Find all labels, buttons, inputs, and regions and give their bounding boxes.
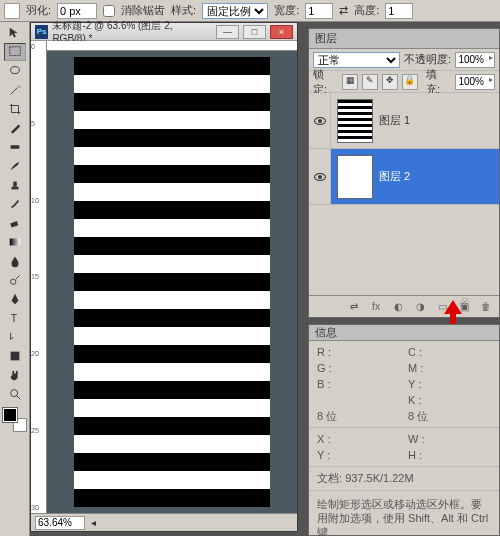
horizontal-ruler	[47, 41, 297, 51]
ps-icon: Ps	[35, 25, 48, 39]
zoom-tool[interactable]	[4, 385, 26, 403]
svg-rect-4	[13, 182, 17, 187]
maximize-button[interactable]: □	[243, 25, 266, 39]
layers-panel: 图层 正常 不透明度: 锁定: ▦ ✎ ✥ 🔒 填充: 图层 1 图层 2 ⬀ …	[308, 28, 500, 318]
layers-tab[interactable]: 图层	[309, 29, 499, 49]
blend-mode-select[interactable]: 正常	[313, 52, 400, 68]
info-g: G :	[317, 361, 400, 375]
info-w: W :	[408, 432, 491, 446]
lock-all-icon[interactable]: 🔒	[402, 74, 418, 90]
type-tool[interactable]: T	[4, 309, 26, 327]
visibility-toggle[interactable]	[309, 93, 331, 148]
style-select[interactable]: 固定比例	[202, 3, 268, 19]
info-r: R :	[317, 345, 400, 359]
info-y: Y :	[408, 377, 491, 391]
adjustment-icon[interactable]: ◑	[413, 300, 427, 314]
document-statusbar: ◂	[31, 513, 297, 531]
color-swatch[interactable]	[3, 408, 27, 432]
tool-preset-icon[interactable]	[4, 3, 20, 19]
svg-rect-9	[10, 352, 19, 361]
info-b: B :	[317, 377, 400, 391]
brush-tool[interactable]	[4, 157, 26, 175]
antialias-label: 消除锯齿	[121, 3, 165, 18]
fill-input[interactable]	[455, 74, 495, 90]
eyedropper-tool[interactable]	[4, 119, 26, 137]
pen-tool[interactable]	[4, 290, 26, 308]
stamp-tool[interactable]	[4, 176, 26, 194]
lock-position-icon[interactable]: ✥	[382, 74, 398, 90]
wand-tool[interactable]	[4, 81, 26, 99]
svg-rect-6	[9, 239, 20, 246]
doc-label: 文档:	[317, 472, 342, 484]
scroll-left-icon[interactable]: ◂	[91, 517, 96, 528]
zoom-input[interactable]	[35, 516, 85, 530]
vertical-ruler: 051015202530	[31, 41, 47, 513]
minimize-button[interactable]: —	[216, 25, 239, 39]
canvas[interactable]	[74, 57, 270, 507]
info-tab[interactable]: 信息	[309, 325, 499, 341]
layer-name[interactable]: 图层 1	[379, 113, 499, 128]
mask-icon[interactable]: ◐	[391, 300, 405, 314]
eraser-tool[interactable]	[4, 214, 26, 232]
svg-rect-0	[9, 47, 20, 56]
fx-icon[interactable]: fx	[369, 300, 383, 314]
height-label: 高度:	[354, 3, 379, 18]
opacity-input[interactable]	[455, 52, 495, 68]
svg-text:T: T	[10, 312, 17, 324]
opacity-label: 不透明度:	[404, 52, 451, 67]
close-button[interactable]: ×	[270, 25, 293, 39]
link-icon[interactable]: ⇄	[347, 300, 361, 314]
layers-footer: ⇄ fx ◐ ◑ ▭ ▣ 🗑	[309, 295, 499, 317]
dodge-tool[interactable]	[4, 271, 26, 289]
layer-list: 图层 1 图层 2 ⬀	[309, 93, 499, 295]
gradient-tool[interactable]	[4, 233, 26, 251]
svg-point-10	[10, 390, 17, 397]
crop-tool[interactable]	[4, 100, 26, 118]
info-hint: 绘制矩形选区或移动选区外框。要用附加选项，使用 Shift、Alt 和 Ctrl…	[309, 490, 499, 536]
lock-transparent-icon[interactable]: ▦	[342, 74, 358, 90]
antialias-checkbox[interactable]	[103, 5, 115, 17]
foreground-color[interactable]	[3, 408, 17, 422]
visibility-toggle[interactable]	[309, 149, 331, 204]
eye-icon	[314, 117, 326, 125]
info-bits-right: 8 位	[408, 409, 491, 423]
layer-thumbnail[interactable]	[337, 155, 373, 199]
style-label: 样式:	[171, 3, 196, 18]
path-tool[interactable]	[4, 328, 26, 346]
move-tool[interactable]	[4, 24, 26, 42]
layer-name[interactable]: 图层 2	[379, 169, 499, 184]
group-icon[interactable]: ▭	[435, 300, 449, 314]
layer-item[interactable]: 图层 2 ⬀	[309, 149, 499, 205]
width-input[interactable]	[305, 3, 333, 19]
history-brush-tool[interactable]	[4, 195, 26, 213]
layer-item[interactable]: 图层 1	[309, 93, 499, 149]
heal-tool[interactable]	[4, 138, 26, 156]
document-titlebar[interactable]: Ps 未标题-2 @ 63.6% (图层 2, RGB/8) * — □ ×	[31, 23, 297, 41]
canvas-area[interactable]	[47, 51, 297, 513]
width-label: 宽度:	[274, 3, 299, 18]
layer-thumbnail[interactable]	[337, 99, 373, 143]
marquee-tool[interactable]	[4, 43, 26, 61]
lasso-tool[interactable]	[4, 62, 26, 80]
lock-label: 锁定:	[313, 67, 338, 97]
info-c: C :	[408, 345, 491, 359]
delete-icon[interactable]: 🗑	[479, 300, 493, 314]
lock-pixels-icon[interactable]: ✎	[362, 74, 378, 90]
svg-rect-2	[10, 145, 19, 149]
blur-tool[interactable]	[4, 252, 26, 270]
info-yy: Y :	[317, 448, 400, 462]
svg-rect-5	[10, 221, 18, 228]
new-layer-icon[interactable]: ▣	[457, 300, 471, 314]
height-input[interactable]	[385, 3, 413, 19]
svg-point-7	[10, 279, 15, 284]
info-x: X :	[317, 432, 400, 446]
hand-tool[interactable]	[4, 366, 26, 384]
shape-tool[interactable]	[4, 347, 26, 365]
info-h: H :	[408, 448, 491, 462]
toolbox: T	[0, 22, 30, 536]
feather-input[interactable]	[57, 3, 97, 19]
info-k: K :	[408, 393, 491, 407]
swap-icon[interactable]: ⇄	[339, 4, 348, 17]
fill-label: 填充:	[426, 67, 451, 97]
svg-point-1	[10, 67, 19, 74]
